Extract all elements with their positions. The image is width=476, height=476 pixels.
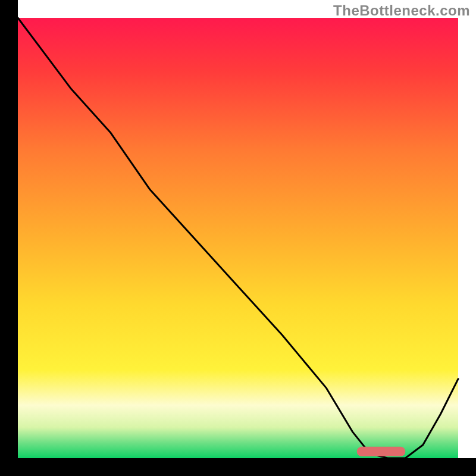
- y-axis: [0, 0, 18, 476]
- x-axis: [0, 458, 476, 476]
- bottleneck-chart: [0, 0, 476, 476]
- watermark-text: TheBottleneck.com: [333, 2, 470, 19]
- optimal-zone-marker: [357, 447, 405, 456]
- plot-background: [18, 18, 458, 458]
